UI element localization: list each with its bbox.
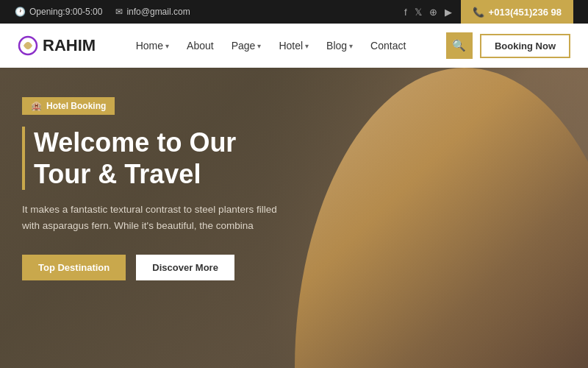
hotel-chevron-icon: ▾ xyxy=(305,42,309,50)
nav-hotel[interactable]: Hotel ▾ xyxy=(271,35,316,56)
booking-now-button[interactable]: Booking Now xyxy=(480,34,570,58)
top-bar: 🕐 Opening:9:00-5:00 ✉ info@gmail.com f 𝕏… xyxy=(0,0,588,24)
youtube-icon[interactable]: ▶ xyxy=(445,7,452,18)
logo[interactable]: RAHIM xyxy=(18,35,96,56)
hero-description: It makes a fantastic textural contrast t… xyxy=(22,202,287,233)
nav-about[interactable]: About xyxy=(179,35,221,56)
hero-content: 🏨 Hotel Booking Welcome to Our Tour & Tr… xyxy=(22,97,287,280)
navbar: RAHIM Home ▾ About Page ▾ Hotel ▾ xyxy=(0,24,588,68)
phone-badge[interactable]: 📞 +013(451)236 98 xyxy=(461,0,573,24)
hero-section: 🏨 Hotel Booking Welcome to Our Tour & Tr… xyxy=(0,68,588,368)
nav-blog[interactable]: Blog ▾ xyxy=(319,35,360,56)
phone-icon: 📞 xyxy=(473,7,484,18)
discover-more-button[interactable]: Discover More xyxy=(136,255,234,280)
top-destination-button[interactable]: Top Destination xyxy=(22,255,126,280)
nav-home[interactable]: Home ▾ xyxy=(129,35,176,56)
hero-title: Welcome to Our Tour & Travel xyxy=(22,127,287,190)
nav-page[interactable]: Page ▾ xyxy=(224,35,269,56)
hotel-badge: 🏨 Hotel Booking xyxy=(22,97,115,115)
nav-actions: 🔍 Booking Now xyxy=(446,32,570,59)
clock-icon: 🕐 xyxy=(15,7,26,17)
home-chevron-icon: ▾ xyxy=(165,42,169,50)
logo-icon xyxy=(18,35,38,56)
nav-links: Home ▾ About Page ▾ Hotel ▾ Blog ▾ xyxy=(129,35,414,56)
social-icons: f 𝕏 ⊕ ▶ xyxy=(404,7,452,18)
mail-icon: ✉ xyxy=(115,7,123,17)
page-chevron-icon: ▾ xyxy=(257,42,261,50)
nav-contact[interactable]: Contact xyxy=(363,35,413,56)
opening-hours: 🕐 Opening:9:00-5:00 xyxy=(15,7,102,17)
blog-chevron-icon: ▾ xyxy=(349,42,353,50)
hotel-badge-icon: 🏨 xyxy=(31,101,42,111)
top-bar-right: f 𝕏 ⊕ ▶ 📞 +013(451)236 98 xyxy=(404,0,573,24)
search-icon: 🔍 xyxy=(452,39,466,52)
top-bar-info: 🕐 Opening:9:00-5:00 ✉ info@gmail.com xyxy=(15,7,190,17)
email-info: ✉ info@gmail.com xyxy=(115,7,190,17)
facebook-icon[interactable]: f xyxy=(404,7,407,18)
instagram-icon[interactable]: ⊕ xyxy=(429,7,437,18)
twitter-icon[interactable]: 𝕏 xyxy=(415,7,422,18)
search-button[interactable]: 🔍 xyxy=(446,32,473,59)
hero-buttons: Top Destination Discover More xyxy=(22,255,287,280)
